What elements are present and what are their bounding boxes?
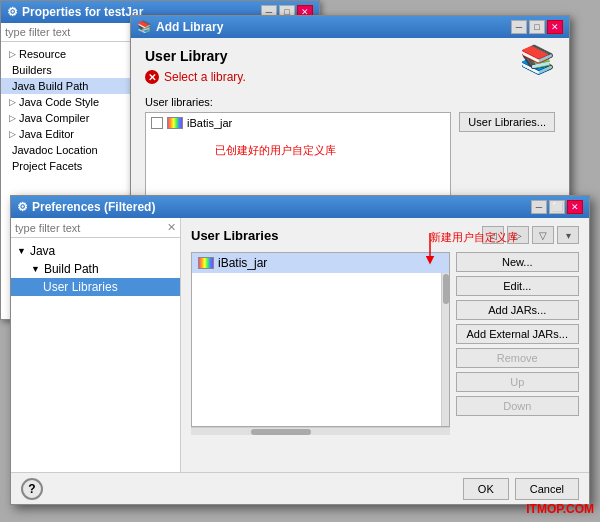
toolbar-menu-btn[interactable]: ▾ xyxy=(557,226,579,244)
add-library-titlebar: 📚 Add Library ─ □ ✕ xyxy=(131,16,569,38)
add-jars-button[interactable]: Add JARs... xyxy=(456,300,580,320)
preferences-main-header: User Libraries ◁ ▷ ▽ ▾ xyxy=(191,226,579,244)
tree-expand-arrow: ▼ xyxy=(17,246,26,256)
user-libraries-button[interactable]: User Libraries... xyxy=(459,112,555,132)
preferences-content: iBatis_jar New... Edit... xyxy=(191,252,579,435)
tree-item-java-code-style[interactable]: ▷ Java Code Style xyxy=(1,94,150,110)
scrollbar-horizontal[interactable] xyxy=(191,427,450,435)
down-button[interactable]: Down xyxy=(456,396,580,416)
edit-button[interactable]: Edit... xyxy=(456,276,580,296)
tree-arrow: ▷ xyxy=(9,49,16,59)
clear-filter-icon[interactable]: ✕ xyxy=(167,221,176,234)
tree-item-project-facets[interactable]: Project Facets xyxy=(1,158,150,174)
remove-button[interactable]: Remove xyxy=(456,348,580,368)
up-button[interactable]: Up xyxy=(456,372,580,392)
tree-item-java-compiler[interactable]: ▷ Java Compiler xyxy=(1,110,150,126)
annotation-new: 新建用户自定义库 xyxy=(430,230,518,245)
error-icon: ✕ xyxy=(145,70,159,84)
scrollbar-hthumb[interactable] xyxy=(251,429,311,435)
tree-arrow: ▷ xyxy=(9,129,16,139)
user-lib-list[interactable]: iBatis_jar xyxy=(191,252,450,427)
preferences-sidebar: ✕ ▼ Java ▼ Build Path User Libraries xyxy=(11,218,181,472)
watermark: ITMOP.COM xyxy=(526,502,594,516)
help-button[interactable]: ? xyxy=(21,478,43,500)
pref-restore[interactable]: ⬜ xyxy=(549,200,565,214)
properties-tree: ▷ Resource Builders Java Build Path ▷ Ja… xyxy=(1,42,150,178)
annotation-created: 已创建好的用户自定义库 xyxy=(215,143,336,158)
tree-item-builders[interactable]: Builders xyxy=(1,62,150,78)
user-lib-name: iBatis_jar xyxy=(218,256,267,270)
lib-list-item[interactable]: iBatis_jar xyxy=(148,115,448,131)
properties-filter-input[interactable] xyxy=(1,23,150,42)
pref-close[interactable]: ✕ xyxy=(567,200,583,214)
preferences-body: ✕ ▼ Java ▼ Build Path User Libraries Use… xyxy=(11,218,589,472)
add-library-subtitle: ✕ Select a library. xyxy=(145,70,246,84)
tree-item-javadoc-location[interactable]: Javadoc Location xyxy=(1,142,150,158)
preferences-titlebar: ⚙ Preferences (Filtered) ─ ⬜ ✕ xyxy=(11,196,589,218)
cancel-button[interactable]: Cancel xyxy=(515,478,579,500)
toolbar-down-btn[interactable]: ▽ xyxy=(532,226,554,244)
preferences-bottom-bar: ? OK Cancel xyxy=(11,472,589,504)
scrollbar-thumb[interactable] xyxy=(443,274,449,304)
add-library-title: 📚 Add Library xyxy=(137,20,223,34)
preferences-filter-input[interactable] xyxy=(15,222,167,234)
user-libraries-label: User libraries: xyxy=(145,96,555,108)
tree-item-java-build-path[interactable]: Java Build Path xyxy=(1,78,150,94)
tree-arrow: ▷ xyxy=(9,97,16,107)
lib-icon xyxy=(167,117,183,129)
add-lib-close[interactable]: ✕ xyxy=(547,20,563,34)
preferences-main: User Libraries ◁ ▷ ▽ ▾ iBatis_jar xyxy=(181,218,589,472)
preferences-controls: ─ ⬜ ✕ xyxy=(531,200,583,214)
add-external-jars-button[interactable]: Add External JARs... xyxy=(456,324,580,344)
lib-checkbox[interactable] xyxy=(151,117,163,129)
properties-title: ⚙ Properties for testJar xyxy=(7,5,143,19)
pref-tree-item-build-path[interactable]: ▼ Build Path xyxy=(11,260,180,278)
tree-item-resource[interactable]: ▷ Resource xyxy=(1,46,150,62)
preferences-tree: ▼ Java ▼ Build Path User Libraries xyxy=(11,238,180,300)
new-button[interactable]: New... xyxy=(456,252,580,272)
scrollbar-vertical[interactable] xyxy=(441,273,449,427)
preferences-action-buttons: New... Edit... Add JARs... Add External … xyxy=(456,252,580,435)
lib-item-label: iBatis_jar xyxy=(187,117,232,129)
preferences-main-title: User Libraries xyxy=(191,228,278,243)
user-lib-list-item[interactable]: iBatis_jar xyxy=(192,253,449,273)
preferences-filter[interactable]: ✕ xyxy=(11,218,180,238)
tree-item-java-editor[interactable]: ▷ Java Editor xyxy=(1,126,150,142)
library-stack-icon: 📚 xyxy=(520,43,555,76)
pref-tree-item-user-libraries[interactable]: User Libraries xyxy=(11,278,180,296)
tree-expand-arrow: ▼ xyxy=(31,264,40,274)
tree-arrow: ▷ xyxy=(9,113,16,123)
ok-button[interactable]: OK xyxy=(463,478,509,500)
lib-icon xyxy=(198,257,214,269)
add-library-header: User Library xyxy=(145,48,246,64)
preferences-title-text: ⚙ Preferences (Filtered) xyxy=(17,200,155,214)
add-lib-minimize[interactable]: ─ xyxy=(511,20,527,34)
pref-minimize[interactable]: ─ xyxy=(531,200,547,214)
add-library-controls: ─ □ ✕ xyxy=(511,20,563,34)
pref-tree-item-java[interactable]: ▼ Java xyxy=(11,242,180,260)
add-lib-maximize[interactable]: □ xyxy=(529,20,545,34)
